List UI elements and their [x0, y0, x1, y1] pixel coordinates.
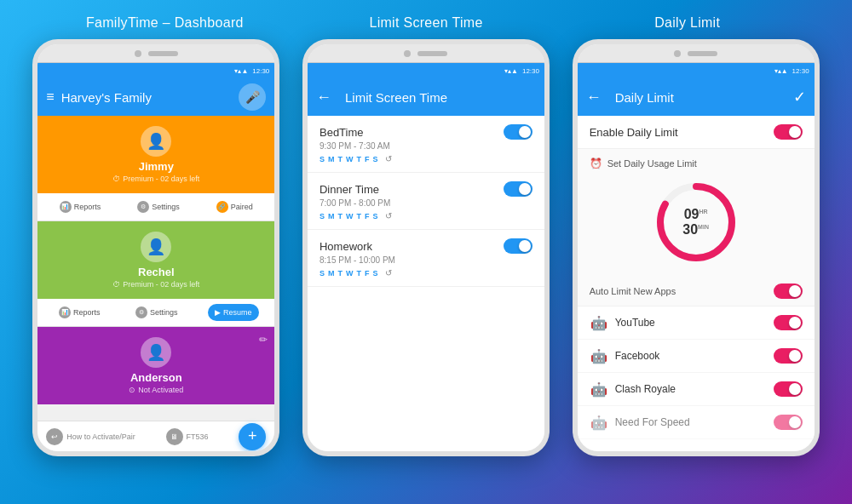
facebook-info: 🤖 Facebook — [590, 346, 660, 365]
rechel-avatar: 👤 — [141, 232, 171, 262]
schedule-bedtime: BedTime 9:30 PM - 7:30 AM S M T W T F S … — [308, 116, 544, 173]
mic-button[interactable]: 🎤 — [239, 83, 266, 111]
ft-icon: 🖥 — [166, 428, 183, 445]
hamburger-icon[interactable]: ≡ — [46, 89, 54, 105]
timer-display: 09HR 30MIN — [675, 207, 717, 237]
speaker-grille — [148, 51, 178, 56]
usage-limit-title: Set Daily Usage Limit — [607, 158, 697, 169]
nfs-icon: 🤖 — [590, 413, 608, 432]
phone3-screen: ▾▴▲ 12:30 ← Daily Limit ✓ Enable Daily L… — [578, 63, 815, 451]
bedtime-toggle[interactable] — [504, 124, 532, 140]
jimmy-actions: 📊 Reports ⚙ Settings 🔗 Paired — [37, 193, 274, 221]
rechel-resume-btn[interactable]: ▶ Resume — [208, 304, 259, 321]
bedtime-time: 9:30 PM - 7:30 AM — [320, 141, 532, 151]
rechel-name: Rechel — [138, 266, 175, 278]
facebook-name: Facebook — [615, 350, 660, 362]
phone1: ▾▴▲ 12:30 ≡ Harvey's Family 🎤 👤 Jimmy — [32, 39, 279, 456]
phone3-app-bar: ← Daily Limit ✓ — [578, 78, 815, 116]
status-bar-2: ▾▴▲ 12:30 — [308, 63, 544, 78]
clash-royale-toggle[interactable] — [774, 381, 803, 397]
time-display-2: 12:30 — [522, 67, 539, 75]
mic-icon: 🎤 — [245, 90, 260, 104]
enable-daily-label: Enable Daily Limit — [590, 126, 678, 139]
nfs-toggle[interactable] — [774, 415, 803, 430]
edit-pencil-icon[interactable]: ✏ — [259, 334, 268, 346]
user-card-jimmy: 👤 Jimmy ⏱ Premium - 02 days left — [37, 116, 274, 193]
back-arrow-2[interactable]: ← — [316, 89, 331, 106]
schedule-dinner: Dinner Time 7:00 PM - 8:00 PM S M T W T … — [308, 173, 544, 230]
jimmy-reports-btn[interactable]: 📊 Reports — [55, 198, 106, 215]
auto-limit-row: Auto Limit New Apps — [578, 277, 815, 306]
user-card-rechel: 👤 Rechel ⏱ Premium - 02 days left — [37, 221, 274, 299]
time-display-1: 12:30 — [252, 67, 269, 75]
phone1-app-title: Harvey's Family — [61, 90, 239, 105]
clash-royale-icon: 🤖 — [590, 380, 608, 398]
youtube-info: 🤖 YouTube — [590, 313, 655, 332]
youtube-toggle[interactable] — [774, 315, 803, 330]
phone2-content: BedTime 9:30 PM - 7:30 AM S M T W T F S … — [308, 116, 544, 451]
ft-code-btn[interactable]: 🖥 FT536 — [166, 428, 209, 445]
settings-icon-r: ⚙ — [135, 306, 147, 318]
reports-icon: 📊 — [60, 201, 72, 213]
dinner-header: Dinner Time — [320, 181, 532, 197]
enable-daily-limit-row: Enable Daily Limit — [578, 116, 815, 149]
homework-header: Homework — [320, 238, 532, 254]
homework-toggle[interactable] — [504, 238, 532, 254]
rechel-reports-btn[interactable]: 📊 Reports — [54, 304, 106, 321]
facebook-row: 🤖 Facebook — [578, 340, 815, 373]
youtube-row: 🤖 YouTube — [578, 306, 815, 340]
signal-icon: ▾▴▲ — [234, 67, 248, 75]
nfs-name: Need For Speed — [615, 416, 690, 428]
auto-limit-label: Auto Limit New Apps — [590, 286, 676, 296]
youtube-name: YouTube — [615, 317, 655, 329]
status-bar-3: ▾▴▲ 12:30 — [578, 63, 815, 78]
fab-add-button[interactable]: + — [239, 423, 266, 450]
facebook-toggle[interactable] — [774, 348, 803, 364]
clock-icon-jimmy: ⏱ — [112, 175, 120, 183]
refresh-icon-2: ↺ — [385, 211, 392, 220]
timer-hours: 09HR 30MIN — [682, 207, 709, 237]
bedtime-label: BedTime — [320, 126, 364, 139]
check-icon[interactable]: ✓ — [793, 88, 806, 106]
clock-usage-icon: ⏰ — [590, 158, 602, 169]
phone1-title: FamilyTime – Dashboard — [34, 15, 296, 31]
bedtime-days: S M T W T F S ↺ — [320, 154, 532, 163]
activate-icon: ↩ — [46, 428, 63, 445]
signal-icon-2: ▾▴▲ — [504, 67, 518, 75]
time-display-3: 12:30 — [792, 67, 809, 75]
status-icons-2: ▾▴▲ 12:30 — [504, 67, 539, 75]
rechel-status: ⏱ Premium - 02 days left — [112, 280, 199, 289]
phone2-top — [308, 44, 544, 63]
refresh-icon-3: ↺ — [385, 268, 392, 278]
rechel-actions: 📊 Reports ⚙ Settings ▶ Resume — [37, 299, 274, 327]
play-icon: ▶ — [215, 308, 221, 317]
jimmy-status: ⏱ Premium - 02 days left — [112, 175, 199, 183]
jimmy-settings-btn[interactable]: ⚙ Settings — [132, 198, 185, 215]
enable-daily-toggle[interactable] — [774, 124, 803, 140]
jimmy-paired-btn[interactable]: 🔗 Paired — [211, 198, 258, 215]
plus-icon: + — [248, 427, 257, 445]
activate-pair-btn[interactable]: ↩ How to Activate/Pair — [46, 428, 135, 445]
phone2-screen: ▾▴▲ 12:30 ← Limit Screen Time BedTime 9:… — [308, 63, 544, 451]
usage-limit-section: ⏰ Set Daily Usage Limit 09HR 30MIN — [578, 149, 815, 277]
dinner-time: 7:00 PM - 8:00 PM — [320, 198, 532, 208]
homework-days: S M T W T F S ↺ — [320, 268, 532, 278]
user-card-anderson: ✏ 👤 Anderson ⊙ Not Activated — [37, 327, 274, 404]
anderson-avatar: 👤 — [141, 337, 171, 368]
circular-timer[interactable]: 09HR 30MIN — [653, 180, 739, 265]
phone3-title: Daily Limit — [556, 15, 818, 31]
camera-dot-2 — [404, 50, 411, 57]
rechel-settings-btn[interactable]: ⚙ Settings — [130, 304, 183, 321]
phone2: ▾▴▲ 12:30 ← Limit Screen Time BedTime 9:… — [302, 39, 550, 456]
status-icons-1: ▾▴▲ 12:30 — [234, 67, 269, 75]
back-arrow-3[interactable]: ← — [586, 89, 602, 106]
bedtime-header: BedTime — [320, 124, 532, 140]
refresh-icon-1: ↺ — [385, 154, 392, 163]
camera-dot-3 — [674, 50, 681, 57]
phone3-top — [578, 44, 815, 63]
homework-label: Homework — [320, 240, 372, 253]
speaker-grille-3 — [688, 51, 717, 56]
nfs-row: 🤖 Need For Speed — [578, 406, 815, 439]
dinner-toggle[interactable] — [504, 181, 532, 197]
auto-limit-toggle[interactable] — [774, 284, 803, 299]
